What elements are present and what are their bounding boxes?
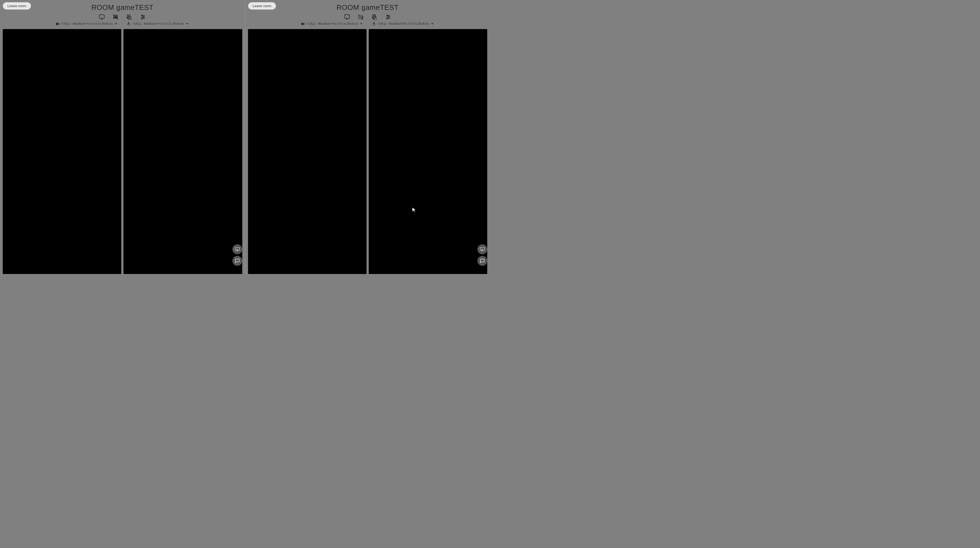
svg-marker-13	[59, 23, 59, 25]
svg-rect-12	[56, 22, 59, 25]
left-panel: Leave room ROOM gameTEST	[0, 0, 245, 274]
svg-marker-25	[362, 16, 363, 18]
video-grid-right	[248, 29, 488, 274]
svg-point-33	[387, 18, 388, 19]
camera-off-icon-left[interactable]	[113, 14, 119, 20]
chat-button-right[interactable]	[477, 256, 487, 266]
svg-point-31	[387, 15, 388, 16]
svg-rect-15	[128, 22, 129, 24]
svg-marker-35	[304, 23, 305, 25]
video-cell-left-1	[3, 29, 121, 274]
mic-device-left[interactable]: 기본값 - MacBook Pro 마이크 (Built-in)	[127, 22, 189, 26]
settings-icon-left[interactable]	[140, 14, 146, 20]
room-title-right: ROOM gameTEST	[337, 3, 399, 12]
video-cell-left-2	[124, 29, 242, 274]
right-panel: Leave room ROOM gameTEST	[245, 0, 490, 274]
whiteboard-button-right[interactable]	[477, 245, 487, 254]
camera-device-left[interactable]: 기본값 - MacBook Pro 마이크 (Built-in)	[56, 22, 118, 26]
mic-device-right[interactable]: 기본값 - MacBook Pro 마이크 (Built-in)	[372, 22, 434, 26]
svg-rect-40	[480, 248, 485, 250]
svg-rect-34	[301, 22, 304, 25]
video-cell-right-2	[369, 29, 487, 274]
svg-marker-17	[186, 23, 188, 24]
video-grid-left	[3, 29, 242, 274]
camera-device-right[interactable]: 기본값 - MacBook Pro 마이크 (Built-in)	[301, 22, 363, 26]
room-title-left: ROOM gameTEST	[91, 3, 153, 12]
whiteboard-button-left[interactable]	[232, 245, 242, 254]
svg-marker-39	[431, 23, 433, 24]
devices-row-right: 기본값 - MacBook Pro 마이크 (Built-in) 기본값 - M…	[301, 22, 434, 26]
svg-rect-21	[345, 15, 350, 18]
mic-off-icon-left[interactable]	[126, 14, 132, 20]
bottom-buttons-right	[477, 245, 487, 266]
controls-row-right	[344, 14, 391, 20]
bottom-buttons-left	[232, 245, 242, 266]
svg-point-10	[143, 16, 144, 17]
svg-point-32	[388, 16, 390, 17]
leave-room-button-right[interactable]: Leave room	[248, 2, 276, 10]
mic-off-icon-right[interactable]	[371, 14, 377, 20]
video-cell-right-1	[248, 29, 366, 274]
svg-marker-14	[115, 23, 118, 24]
chat-button-left[interactable]	[232, 256, 242, 266]
settings-icon-right[interactable]	[385, 14, 391, 20]
leave-room-button-left[interactable]: Leave room	[3, 2, 31, 10]
screen-share-icon-left[interactable]	[99, 14, 105, 20]
svg-rect-0	[99, 15, 104, 18]
devices-row-left: 기본값 - MacBook Pro 마이크 (Built-in) 기본값 - M…	[56, 22, 189, 26]
screen-share-icon-right[interactable]	[344, 14, 350, 20]
controls-row-left	[99, 14, 146, 20]
svg-point-9	[142, 15, 143, 16]
svg-marker-36	[360, 23, 363, 24]
svg-rect-37	[373, 22, 374, 24]
svg-point-11	[142, 18, 143, 19]
camera-off-icon-right[interactable]	[358, 14, 364, 20]
svg-rect-18	[235, 248, 239, 250]
